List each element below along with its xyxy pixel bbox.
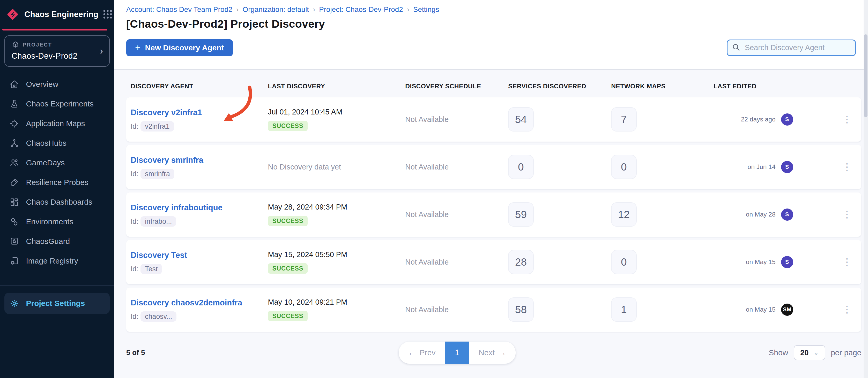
sidebar: Chaos Engineering PROJECT Chaos-Dev-Pr xyxy=(0,0,114,378)
page-size-select[interactable]: 20 ⌄ xyxy=(794,345,825,360)
flask-icon xyxy=(9,99,20,109)
pagination-bar: 5 of 5 ← Prev 1 Next → Show 20 xyxy=(126,341,862,365)
sidebar-item-label: Image Registry xyxy=(26,256,78,265)
column-header-last-edited: LAST EDITED xyxy=(714,83,837,90)
prev-label: Prev xyxy=(420,348,436,357)
last-edited-text: on May 28 xyxy=(714,211,776,218)
people-icon xyxy=(9,158,20,168)
table-row: Discovery chaosv2demoinfra Id:chaosv... … xyxy=(126,287,862,332)
toolbar: + New Discovery Agent xyxy=(126,39,856,56)
column-header-discovery-schedule: DISCOVERY SCHEDULE xyxy=(405,83,508,90)
sidebar-item-gamedays[interactable]: GameDays xyxy=(0,153,114,173)
new-discovery-agent-label: New Discovery Agent xyxy=(145,43,224,52)
chevron-right-icon: › xyxy=(100,46,103,57)
column-header-last-discovery: LAST DISCOVERY xyxy=(268,83,405,90)
breadcrumb-settings-link[interactable]: Settings xyxy=(413,5,439,14)
sidebar-item-label: Application Maps xyxy=(26,119,85,128)
row-menu-button[interactable]: ⋮ xyxy=(837,162,857,172)
sidebar-item-label: Resilience Probes xyxy=(26,178,89,187)
services-discovered-count: 59 xyxy=(508,202,533,227)
sidebar-item-label: GameDays xyxy=(26,159,65,167)
agent-name-link[interactable]: Discovery v2infra1 xyxy=(131,108,202,117)
plus-icon: + xyxy=(135,43,141,53)
registry-icon xyxy=(9,256,20,266)
app-title: Chaos Engineering xyxy=(24,10,98,19)
row-menu-button[interactable]: ⋮ xyxy=(837,305,857,314)
agent-id-value: infrabo... xyxy=(141,216,176,227)
sidebar-item-chaos-dashboards[interactable]: Chaos Dashboards xyxy=(0,192,114,212)
agent-name-link[interactable]: Discovery infraboutique xyxy=(131,203,222,212)
avatar: S xyxy=(781,113,793,126)
sidebar-item-project-settings[interactable]: Project Settings xyxy=(4,293,110,314)
network-maps-count: 0 xyxy=(611,155,637,179)
agent-id-value: chaosv... xyxy=(141,311,177,322)
id-label: Id: xyxy=(131,265,138,273)
module-accent-line xyxy=(2,29,107,30)
home-icon xyxy=(9,79,20,90)
page-number-button[interactable]: 1 xyxy=(445,342,469,364)
breadcrumb-account-link[interactable]: Account: Chaos Dev Team Prod2 xyxy=(126,5,232,14)
status-badge: SUCCESS xyxy=(268,263,308,274)
column-header-discovery-agent: DISCOVERY AGENT xyxy=(131,83,268,90)
search-input[interactable] xyxy=(727,39,856,56)
last-discovery-date: Jul 01, 2024 10:45 AM xyxy=(268,108,405,116)
discovery-agent-table: DISCOVERY AGENT LAST DISCOVERY DISCOVERY… xyxy=(114,70,868,365)
sidebar-item-overview[interactable]: Overview xyxy=(0,74,114,94)
hexagons-icon xyxy=(9,217,20,227)
discovery-schedule-value: Not Available xyxy=(405,115,508,124)
pagination-summary: 5 of 5 xyxy=(126,348,145,357)
agent-name-link[interactable]: Discovery smrinfra xyxy=(131,156,203,165)
sidebar-item-environments[interactable]: Environments xyxy=(0,212,114,232)
last-discovery-empty: No Discovery data yet xyxy=(268,163,405,171)
next-page-button[interactable]: Next → xyxy=(469,342,516,364)
sidebar-divider xyxy=(0,285,114,285)
status-badge: SUCCESS xyxy=(268,121,308,131)
app-launcher-grid-icon[interactable] xyxy=(103,9,112,19)
breadcrumb-project-link[interactable]: Project: Chaos-Dev-Prod2 xyxy=(319,5,403,14)
sidebar-item-image-registry[interactable]: Image Registry xyxy=(0,251,114,271)
sidebar-item-label: ChaosGuard xyxy=(26,237,70,246)
vertical-scrollbar[interactable] xyxy=(864,0,868,378)
cube-icon xyxy=(12,41,20,48)
row-menu-button[interactable]: ⋮ xyxy=(837,115,857,124)
sidebar-item-label: Chaos Dashboards xyxy=(26,198,92,206)
id-label: Id: xyxy=(131,217,138,226)
network-maps-count: 7 xyxy=(611,107,637,132)
probe-icon xyxy=(9,177,20,187)
scrollbar-thumb[interactable] xyxy=(864,34,867,117)
avatar: S xyxy=(781,256,793,268)
new-discovery-agent-button[interactable]: + New Discovery Agent xyxy=(126,39,233,56)
agent-name-link[interactable]: Discovery Test xyxy=(131,251,187,260)
avatar: SM xyxy=(781,304,793,316)
prev-page-button[interactable]: ← Prev xyxy=(399,342,445,364)
discovery-schedule-value: Not Available xyxy=(405,305,508,314)
table-row: Discovery smrinfra Id:smrinfra No Discov… xyxy=(126,145,862,189)
table-row: Discovery infraboutique Id:infrabo... Ma… xyxy=(126,193,862,237)
agent-id-value: smrinfra xyxy=(141,169,175,179)
hub-icon xyxy=(9,138,20,148)
agent-name-link[interactable]: Discovery chaosv2demoinfra xyxy=(131,298,242,307)
network-maps-count: 0 xyxy=(611,250,637,274)
sidebar-item-label: Project Settings xyxy=(26,299,85,308)
breadcrumb-organization-link[interactable]: Organization: default xyxy=(243,5,309,14)
project-name: Chaos-Dev-Prod2 xyxy=(12,51,102,61)
lock-icon xyxy=(9,236,20,246)
project-label: PROJECT xyxy=(23,42,52,48)
sidebar-item-chaosguard[interactable]: ChaosGuard xyxy=(0,232,114,251)
sidebar-item-chaoshubs[interactable]: ChaosHubs xyxy=(0,133,114,153)
discovery-schedule-value: Not Available xyxy=(405,163,508,171)
sidebar-item-application-maps[interactable]: Application Maps xyxy=(0,114,114,133)
row-menu-button[interactable]: ⋮ xyxy=(837,257,857,267)
last-edited-text: on Jun 14 xyxy=(714,163,776,171)
gear-icon xyxy=(9,299,20,309)
chaos-engineering-app: Chaos Engineering PROJECT Chaos-Dev-Pr xyxy=(0,0,868,378)
discovery-schedule-value: Not Available xyxy=(405,258,508,266)
breadcrumb-separator: › xyxy=(313,5,315,14)
project-selector[interactable]: PROJECT Chaos-Dev-Prod2 › xyxy=(4,35,110,67)
sidebar-item-resilience-probes[interactable]: Resilience Probes xyxy=(0,173,114,192)
sidebar-item-chaos-experiments[interactable]: Chaos Experiments xyxy=(0,94,114,114)
row-menu-button[interactable]: ⋮ xyxy=(837,210,857,219)
status-badge: SUCCESS xyxy=(268,216,308,226)
dashboard-icon xyxy=(9,197,20,207)
page-header: Account: Chaos Dev Team Prod2 › Organiza… xyxy=(114,0,868,70)
